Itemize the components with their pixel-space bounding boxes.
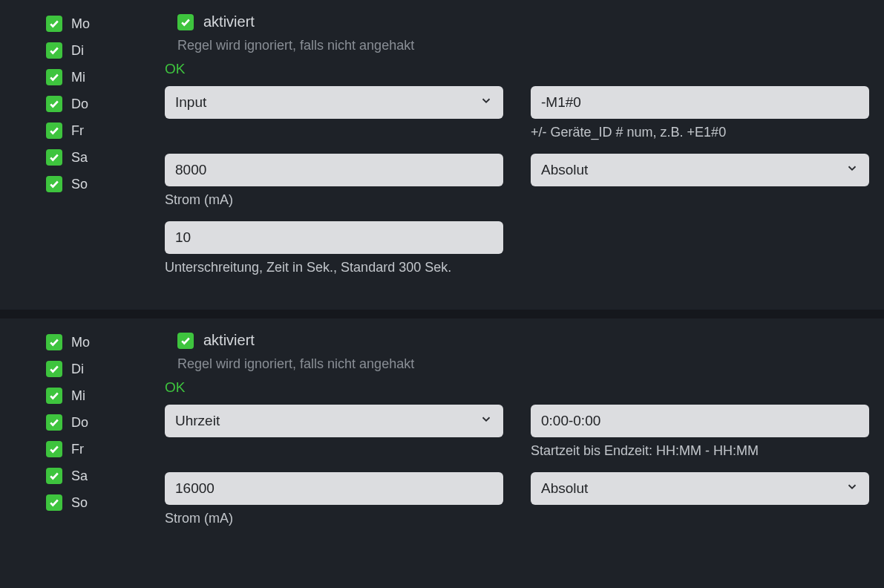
day-fr-label: Fr	[71, 123, 84, 139]
day-mo-checkbox[interactable]	[46, 334, 62, 350]
rule-mode-cell	[531, 154, 869, 208]
rule-type-select[interactable]	[165, 86, 503, 119]
rule-form-grid: Startzeit bis Endzeit: HH:MM - HH:MM Str…	[165, 405, 869, 540]
activate-hint: Regel wird ignoriert, falls nicht angeha…	[165, 356, 869, 372]
rule-strom-input[interactable]	[165, 472, 503, 505]
day-mi-checkbox[interactable]	[46, 69, 62, 85]
day-do-checkbox[interactable]	[46, 414, 62, 431]
rule-separator	[0, 310, 884, 318]
rule-type-cell	[165, 86, 503, 140]
rule-mode-select[interactable]	[531, 472, 869, 505]
day-so-row: So	[46, 494, 156, 511]
rule-under-input[interactable]	[165, 221, 503, 254]
rule-status: OK	[165, 379, 869, 396]
day-sa-label: Sa	[71, 468, 88, 484]
day-di-row: Di	[46, 42, 156, 59]
day-di-label: Di	[71, 362, 84, 377]
rule-main-column: aktiviert Regel wird ignoriert, falls ni…	[165, 13, 869, 289]
day-mo-label: Mo	[71, 16, 90, 32]
day-mo-label: Mo	[71, 335, 90, 350]
day-mi-row: Mi	[46, 69, 156, 85]
rule-timerange-input[interactable]	[531, 405, 869, 437]
day-mi-label: Mi	[71, 388, 85, 404]
day-di-checkbox[interactable]	[46, 361, 62, 377]
day-sa-label: Sa	[71, 150, 88, 166]
day-sa-row: Sa	[46, 149, 156, 166]
rule-timerange-cell: Startzeit bis Endzeit: HH:MM - HH:MM	[531, 405, 869, 459]
day-sa-checkbox[interactable]	[46, 468, 62, 484]
rule-block-2: Mo Di Mi Do Fr Sa So aktiviert	[0, 318, 884, 561]
activate-label: aktiviert	[203, 13, 255, 30]
rule-block-1: Mo Di Mi Do Fr Sa So aktiviert	[0, 0, 884, 310]
day-di-checkbox[interactable]	[46, 42, 62, 59]
day-do-checkbox[interactable]	[46, 96, 62, 112]
day-column: Mo Di Mi Do Fr Sa So	[46, 332, 156, 540]
day-so-label: So	[71, 177, 88, 192]
day-so-row: So	[46, 176, 156, 192]
day-fr-row: Fr	[46, 441, 156, 457]
day-do-row: Do	[46, 96, 156, 112]
day-do-row: Do	[46, 414, 156, 431]
day-fr-checkbox[interactable]	[46, 122, 62, 139]
activate-label: aktiviert	[203, 332, 255, 349]
day-column: Mo Di Mi Do Fr Sa So	[46, 13, 156, 289]
rule-strom-cell: Strom (mA)	[165, 472, 503, 526]
day-fr-label: Fr	[71, 442, 84, 457]
rule-entity-help: +/- Geräte_ID # num, z.B. +E1#0	[531, 125, 869, 140]
activate-row: aktiviert	[165, 332, 869, 349]
day-mo-row: Mo	[46, 334, 156, 350]
activate-checkbox[interactable]	[177, 333, 194, 349]
day-mo-row: Mo	[46, 16, 156, 32]
rule-type-cell	[165, 405, 503, 459]
rule-form-grid: +/- Geräte_ID # num, z.B. +E1#0 Strom (m…	[165, 86, 869, 289]
rule-timerange-help: Startzeit bis Endzeit: HH:MM - HH:MM	[531, 443, 869, 459]
activate-row: aktiviert	[165, 13, 869, 30]
rule-mode-select[interactable]	[531, 154, 869, 186]
day-mi-row: Mi	[46, 388, 156, 404]
day-mo-checkbox[interactable]	[46, 16, 62, 32]
day-so-checkbox[interactable]	[46, 494, 62, 511]
day-do-label: Do	[71, 97, 88, 112]
day-so-checkbox[interactable]	[46, 176, 62, 192]
rule-status: OK	[165, 61, 869, 77]
rule-main-column: aktiviert Regel wird ignoriert, falls ni…	[165, 332, 869, 540]
rule-type-select[interactable]	[165, 405, 503, 437]
rule-entity-cell: +/- Geräte_ID # num, z.B. +E1#0	[531, 86, 869, 140]
day-fr-checkbox[interactable]	[46, 441, 62, 457]
rule-mode-cell	[531, 472, 869, 526]
rule-entity-input[interactable]	[531, 86, 869, 119]
rule-strom-help: Strom (mA)	[165, 511, 503, 526]
day-fr-row: Fr	[46, 122, 156, 139]
activate-checkbox[interactable]	[177, 14, 194, 30]
rule-strom-cell: Strom (mA)	[165, 154, 503, 208]
rule-under-help: Unterschreitung, Zeit in Sek., Standard …	[165, 260, 503, 275]
day-do-label: Do	[71, 415, 88, 431]
rule-under-cell: Unterschreitung, Zeit in Sek., Standard …	[165, 221, 503, 275]
rule-strom-input[interactable]	[165, 154, 503, 186]
rule-strom-help: Strom (mA)	[165, 192, 503, 208]
activate-hint: Regel wird ignoriert, falls nicht angeha…	[165, 38, 869, 53]
day-di-label: Di	[71, 43, 84, 59]
day-di-row: Di	[46, 361, 156, 377]
day-sa-row: Sa	[46, 468, 156, 484]
day-sa-checkbox[interactable]	[46, 149, 62, 166]
day-mi-checkbox[interactable]	[46, 388, 62, 404]
day-mi-label: Mi	[71, 70, 85, 85]
day-so-label: So	[71, 495, 88, 511]
